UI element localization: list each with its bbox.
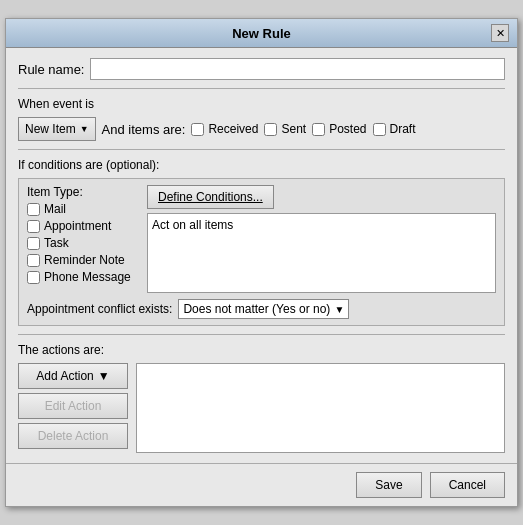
new-item-label: New Item [25, 122, 76, 136]
conditions-section-label: If conditions are (optional): [18, 158, 505, 172]
conflict-arrow: ▼ [334, 304, 344, 315]
new-item-arrow: ▼ [80, 124, 89, 134]
sent-label: Sent [281, 122, 306, 136]
draft-checkbox[interactable] [373, 123, 386, 136]
separator-1 [18, 88, 505, 89]
separator-2 [18, 149, 505, 150]
task-checkbox[interactable] [27, 237, 40, 250]
action-buttons: Add Action ▼ Edit Action Delete Action [18, 363, 128, 453]
actions-section-label: The actions are: [18, 343, 505, 357]
conflict-value: Does not matter (Yes or no) [183, 302, 330, 316]
sent-checkbox[interactable] [264, 123, 277, 136]
posted-checkbox[interactable] [312, 123, 325, 136]
phone-item: Phone Message [27, 270, 137, 284]
delete-action-label: Delete Action [38, 429, 109, 443]
mail-label: Mail [44, 202, 66, 216]
mail-item: Mail [27, 202, 137, 216]
conflict-dropdown[interactable]: Does not matter (Yes or no) ▼ [178, 299, 349, 319]
add-action-label: Add Action [36, 369, 93, 383]
edit-action-button[interactable]: Edit Action [18, 393, 128, 419]
appointment-checkbox[interactable] [27, 220, 40, 233]
actions-row: Add Action ▼ Edit Action Delete Action [18, 363, 505, 453]
cb-posted-group: Posted [312, 122, 366, 136]
cancel-button[interactable]: Cancel [430, 472, 505, 498]
reminder-checkbox[interactable] [27, 254, 40, 267]
reminder-label: Reminder Note [44, 253, 125, 267]
conditions-section: Item Type: Mail Appointment Task [18, 178, 505, 326]
dialog-body: Rule name: When event is New Item ▼ And … [6, 48, 517, 463]
title-bar: New Rule ✕ [6, 19, 517, 48]
conditions-right: Define Conditions... Act on all items [147, 185, 496, 293]
mail-checkbox[interactable] [27, 203, 40, 216]
delete-action-button[interactable]: Delete Action [18, 423, 128, 449]
add-action-arrow: ▼ [98, 369, 110, 383]
when-event-row: When event is [18, 97, 505, 111]
event-options-row: New Item ▼ And items are: Received Sent … [18, 117, 505, 141]
actions-text-area [136, 363, 505, 453]
dialog-title: New Rule [32, 26, 491, 41]
add-action-button[interactable]: Add Action ▼ [18, 363, 128, 389]
task-item: Task [27, 236, 137, 250]
conditions-text: Act on all items [147, 213, 496, 293]
posted-label: Posted [329, 122, 366, 136]
rule-name-input[interactable] [90, 58, 505, 80]
item-type-label: Item Type: [27, 185, 137, 199]
separator-3 [18, 334, 505, 335]
appointment-item: Appointment [27, 219, 137, 233]
received-label: Received [208, 122, 258, 136]
phone-checkbox[interactable] [27, 271, 40, 284]
when-event-label: When event is [18, 97, 94, 111]
save-button[interactable]: Save [356, 472, 421, 498]
draft-label: Draft [390, 122, 416, 136]
conflict-row: Appointment conflict exists: Does not ma… [27, 299, 496, 319]
new-rule-dialog: New Rule ✕ Rule name: When event is New … [5, 18, 518, 507]
rule-name-row: Rule name: [18, 58, 505, 80]
phone-label: Phone Message [44, 270, 131, 284]
conflict-label: Appointment conflict exists: [27, 302, 172, 316]
item-type-panel: Item Type: Mail Appointment Task [27, 185, 137, 293]
reminder-item: Reminder Note [27, 253, 137, 267]
items-are-label: And items are: [102, 122, 186, 137]
cb-draft-group: Draft [373, 122, 416, 136]
cb-received-group: Received [191, 122, 258, 136]
appointment-label: Appointment [44, 219, 111, 233]
edit-action-label: Edit Action [45, 399, 102, 413]
received-checkbox[interactable] [191, 123, 204, 136]
dialog-footer: Save Cancel [6, 463, 517, 506]
close-button[interactable]: ✕ [491, 24, 509, 42]
rule-name-label: Rule name: [18, 62, 84, 77]
cb-sent-group: Sent [264, 122, 306, 136]
task-label: Task [44, 236, 69, 250]
define-conditions-button[interactable]: Define Conditions... [147, 185, 274, 209]
new-item-dropdown[interactable]: New Item ▼ [18, 117, 96, 141]
conditions-top: Item Type: Mail Appointment Task [27, 185, 496, 293]
